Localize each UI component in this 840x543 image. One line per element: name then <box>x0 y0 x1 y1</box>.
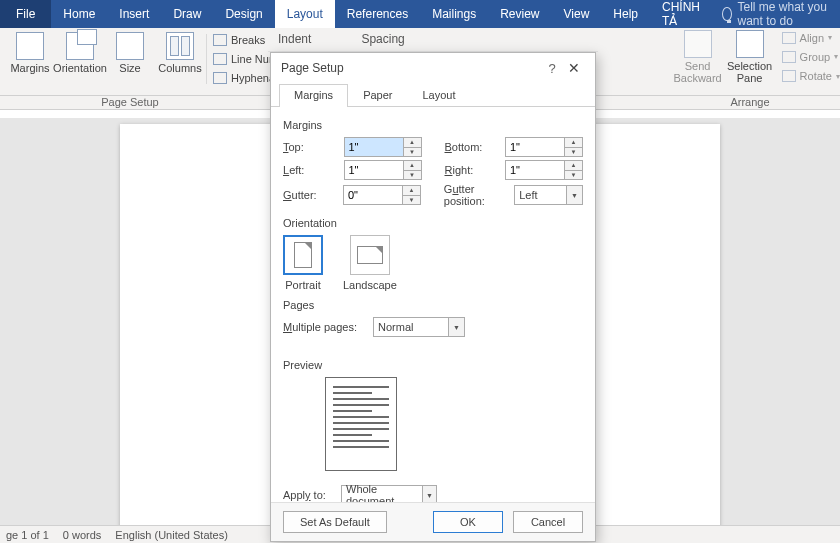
tab-chinh-ta[interactable]: CHÍNH TẢ <box>650 0 712 28</box>
bottom-spinner[interactable]: ▲▼ <box>505 137 583 157</box>
group-icon <box>782 51 796 63</box>
columns-button[interactable]: Columns <box>156 30 204 88</box>
bottom-input[interactable] <box>506 138 564 156</box>
send-backward-button[interactable]: Send Backward <box>674 28 722 95</box>
orientation-icon <box>66 32 94 60</box>
page-setup-group-label: Page Setup <box>0 96 260 109</box>
spin-up-icon[interactable]: ▲ <box>565 161 582 171</box>
landscape-label: Landscape <box>343 279 397 291</box>
spin-down-icon[interactable]: ▼ <box>565 171 582 180</box>
columns-icon <box>166 32 194 60</box>
right-label: Right: <box>445 164 498 176</box>
chevron-down-icon: ▾ <box>834 52 838 61</box>
orientation-section-label: Orientation <box>283 217 583 229</box>
top-spinner[interactable]: ▲▼ <box>344 137 422 157</box>
left-spinner[interactable]: ▲▼ <box>344 160 422 180</box>
gutter-input[interactable] <box>344 186 402 204</box>
dialog-tab-layout[interactable]: Layout <box>407 84 470 107</box>
top-input[interactable] <box>345 138 403 156</box>
orientation-label: Orientation <box>53 62 107 74</box>
tab-mailings[interactable]: Mailings <box>420 0 488 28</box>
size-button[interactable]: Size <box>106 30 154 88</box>
columns-label: Columns <box>158 62 201 74</box>
multiple-pages-label: Multiple pages: <box>283 321 365 333</box>
spin-up-icon[interactable]: ▲ <box>565 138 582 148</box>
tab-draw[interactable]: Draw <box>161 0 213 28</box>
rotate-icon <box>782 70 796 82</box>
orientation-button[interactable]: Orientation <box>56 30 104 88</box>
gutter-position-label: Gutter position: <box>444 183 506 207</box>
chevron-down-icon: ▾ <box>836 72 840 81</box>
spin-up-icon[interactable]: ▲ <box>404 161 421 171</box>
margins-button[interactable]: Margins <box>6 30 54 88</box>
group-page-setup: Margins Orientation Size Columns Breaks … <box>0 28 313 95</box>
right-spinner[interactable]: ▲▼ <box>505 160 583 180</box>
status-page[interactable]: ge 1 of 1 <box>6 529 49 541</box>
chevron-down-icon: ▼ <box>422 486 436 502</box>
right-input[interactable] <box>506 161 564 179</box>
indent-spacing-row: Indent Spacing <box>268 28 598 52</box>
ok-button[interactable]: OK <box>433 511 503 533</box>
tell-me-label: Tell me what you want to do <box>738 0 830 28</box>
tab-home[interactable]: Home <box>51 0 107 28</box>
rotate-label: Rotate <box>800 70 832 82</box>
tab-file[interactable]: File <box>0 0 51 28</box>
margins-icon <box>16 32 44 60</box>
status-language[interactable]: English (United States) <box>115 529 228 541</box>
dialog-body: Margins Top: ▲▼ Bottom: ▲▼ Left: ▲▼ Righ… <box>271 107 595 502</box>
cancel-button[interactable]: Cancel <box>513 511 583 533</box>
dialog-footer: Set As Default OK Cancel <box>271 502 595 541</box>
portrait-label: Portrait <box>285 279 320 291</box>
dialog-tab-paper[interactable]: Paper <box>348 84 407 107</box>
breaks-label: Breaks <box>231 34 265 46</box>
orientation-portrait[interactable]: Portrait <box>283 235 323 291</box>
rotate-button[interactable]: Rotate ▾ <box>782 70 840 82</box>
tab-layout[interactable]: Layout <box>275 0 335 28</box>
spin-up-icon[interactable]: ▲ <box>404 138 421 148</box>
set-default-button[interactable]: Set As Default <box>283 511 387 533</box>
tab-view[interactable]: View <box>552 0 602 28</box>
align-button[interactable]: Align ▾ <box>782 32 840 44</box>
tell-me-search[interactable]: Tell me what you want to do <box>712 0 840 28</box>
tab-help[interactable]: Help <box>601 0 650 28</box>
gutter-position-value: Left <box>519 189 537 201</box>
spin-down-icon[interactable]: ▼ <box>404 171 421 180</box>
tab-design[interactable]: Design <box>213 0 274 28</box>
breaks-icon <box>213 34 227 46</box>
help-button[interactable]: ? <box>541 61 563 76</box>
left-input[interactable] <box>345 161 403 179</box>
tab-review[interactable]: Review <box>488 0 551 28</box>
dialog-tab-margins[interactable]: Margins <box>279 84 348 107</box>
close-button[interactable]: ✕ <box>563 60 585 76</box>
gutter-position-select[interactable]: Left ▼ <box>514 185 583 205</box>
apply-to-select[interactable]: Whole document ▼ <box>341 485 437 502</box>
align-icon <box>782 32 796 44</box>
dialog-titlebar: Page Setup ? ✕ <box>271 53 595 83</box>
spacing-label: Spacing <box>351 28 444 51</box>
left-label: Left: <box>283 164 336 176</box>
line-numbers-icon <box>213 53 227 65</box>
send-backward-icon <box>684 30 712 58</box>
chevron-down-icon: ▼ <box>566 186 582 204</box>
tab-references[interactable]: References <box>335 0 420 28</box>
selection-pane-icon <box>736 30 764 58</box>
separator <box>206 34 207 84</box>
send-backward-label: Send Backward <box>673 60 721 84</box>
spin-down-icon[interactable]: ▼ <box>403 196 420 205</box>
spin-up-icon[interactable]: ▲ <box>403 186 420 196</box>
group-label: Group <box>800 51 831 63</box>
selection-pane-button[interactable]: Selection Pane <box>726 28 774 95</box>
spin-down-icon[interactable]: ▼ <box>404 148 421 157</box>
multiple-pages-select[interactable]: Normal ▼ <box>373 317 465 337</box>
align-label: Align <box>800 32 824 44</box>
top-label: Top: <box>283 141 336 153</box>
spin-down-icon[interactable]: ▼ <box>565 148 582 157</box>
status-words[interactable]: 0 words <box>63 529 102 541</box>
orientation-landscape[interactable]: Landscape <box>343 235 397 291</box>
arrange-group-label: Arrange <box>660 96 840 109</box>
gutter-spinner[interactable]: ▲▼ <box>343 185 421 205</box>
size-label: Size <box>119 62 140 74</box>
apply-to-value: Whole document <box>346 483 418 502</box>
tab-insert[interactable]: Insert <box>107 0 161 28</box>
group-button[interactable]: Group ▾ <box>782 51 840 63</box>
